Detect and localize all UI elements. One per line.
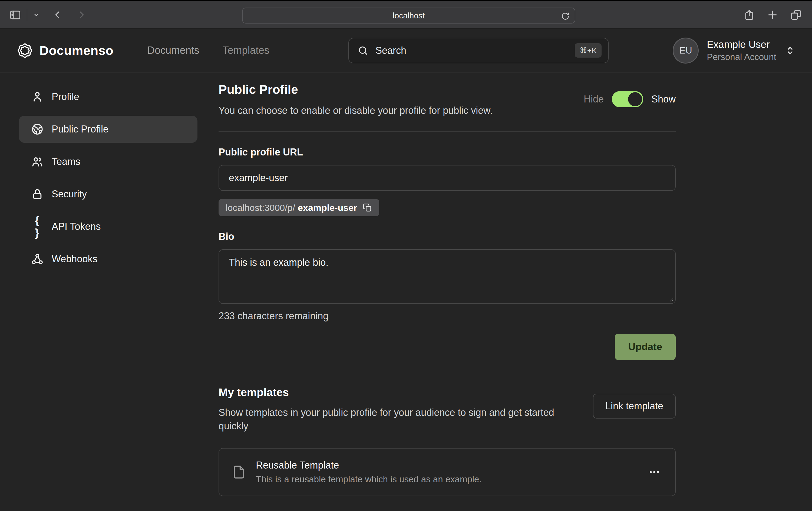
back-icon[interactable] bbox=[53, 10, 62, 20]
sidebar-item-label: API Tokens bbox=[52, 221, 100, 232]
update-button[interactable]: Update bbox=[615, 334, 676, 360]
browser-url-text: localhost bbox=[393, 11, 425, 20]
account-name: Example User bbox=[707, 39, 776, 50]
sidebar-item-public-profile[interactable]: Public Profile bbox=[19, 116, 198, 143]
divider bbox=[219, 131, 676, 132]
reload-icon[interactable] bbox=[561, 11, 570, 21]
page-description: You can choose to enable or disable your… bbox=[219, 105, 493, 116]
toggle-show-label: Show bbox=[651, 94, 676, 105]
browser-url-bar[interactable]: localhost bbox=[242, 7, 575, 24]
profile-visibility-toggle[interactable] bbox=[612, 91, 643, 107]
public-profile-settings: Public Profile You can choose to enable … bbox=[219, 82, 676, 496]
template-name: Reusable Template bbox=[256, 460, 482, 471]
sidebar-toggle-icon[interactable] bbox=[9, 9, 21, 21]
template-description: This is a reusable template which is use… bbox=[256, 474, 482, 484]
browser-left-controls bbox=[0, 9, 86, 21]
sidebar-item-label: Public Profile bbox=[52, 124, 109, 135]
browser-right-controls bbox=[743, 1, 802, 28]
nav-templates[interactable]: Templates bbox=[223, 44, 269, 56]
template-menu-ellipsis-icon[interactable] bbox=[645, 463, 663, 481]
search-input[interactable]: Search ⌘+K bbox=[348, 38, 609, 63]
nav-documents[interactable]: Documents bbox=[147, 44, 199, 56]
my-templates-title: My templates bbox=[219, 386, 570, 399]
public-profile-url-input[interactable] bbox=[219, 165, 676, 191]
sidebar-item-profile[interactable]: Profile bbox=[19, 83, 198, 110]
browser-chrome: localhost bbox=[0, 0, 812, 29]
my-templates-description: Show templates in your public profile fo… bbox=[219, 406, 570, 433]
characters-remaining: 233 characters remaining bbox=[219, 310, 676, 322]
profile-url-slug: example-user bbox=[298, 203, 357, 213]
new-tab-icon[interactable] bbox=[766, 9, 779, 21]
sidebar-item-teams[interactable]: Teams bbox=[19, 148, 198, 175]
sidebar-item-label: Teams bbox=[52, 156, 80, 168]
lock-icon bbox=[31, 188, 44, 200]
file-icon bbox=[231, 464, 247, 480]
main-nav: Documents Templates bbox=[147, 44, 269, 56]
users-icon bbox=[31, 155, 44, 168]
profile-url-prefix: localhost:3000/p/ bbox=[226, 203, 295, 213]
profile-visibility-toggle-row: Hide Show bbox=[584, 91, 676, 107]
account-menu[interactable]: EU Example User Personal Account bbox=[673, 37, 796, 63]
sidebar-item-label: Webhooks bbox=[52, 253, 97, 265]
chevrons-up-down-icon bbox=[784, 45, 796, 56]
avatar: EU bbox=[673, 37, 699, 63]
tabs-overview-icon[interactable] bbox=[790, 9, 802, 21]
webhook-icon bbox=[31, 253, 44, 265]
brand-name: Documenso bbox=[39, 43, 114, 58]
user-icon bbox=[31, 91, 44, 103]
forward-icon[interactable] bbox=[77, 10, 86, 20]
braces-icon: { } bbox=[31, 214, 44, 239]
settings-sidebar: Profile Public Profile Teams bbox=[0, 72, 198, 496]
search-icon bbox=[357, 45, 369, 56]
resize-handle-icon[interactable] bbox=[668, 296, 674, 302]
sidebar-item-label: Profile bbox=[52, 91, 79, 102]
url-field-label: Public profile URL bbox=[219, 147, 676, 158]
template-list-item: Reusable Template This is a reusable tem… bbox=[219, 448, 676, 496]
chevron-down-icon[interactable] bbox=[33, 11, 40, 19]
link-template-button[interactable]: Link template bbox=[593, 394, 676, 419]
account-type: Personal Account bbox=[707, 52, 776, 62]
search-placeholder: Search bbox=[375, 45, 406, 56]
globe-icon bbox=[31, 123, 44, 136]
copy-icon[interactable] bbox=[362, 203, 372, 212]
sidebar-item-api-tokens[interactable]: { } API Tokens bbox=[19, 213, 198, 240]
toggle-hide-label: Hide bbox=[584, 94, 604, 105]
bio-textarea[interactable]: This is an example bio. bbox=[219, 249, 676, 304]
profile-url-preview[interactable]: localhost:3000/p/ example-user bbox=[219, 199, 379, 216]
share-icon[interactable] bbox=[743, 9, 755, 21]
sidebar-item-label: Security bbox=[52, 188, 87, 200]
app-header: Documenso Documents Templates Search ⌘+K… bbox=[0, 29, 812, 72]
brand[interactable]: Documenso bbox=[16, 42, 114, 59]
sidebar-item-webhooks[interactable]: Webhooks bbox=[19, 245, 198, 273]
page-title: Public Profile bbox=[219, 82, 493, 97]
documenso-logo-icon bbox=[16, 42, 33, 59]
divider bbox=[27, 9, 27, 21]
bio-field-label: Bio bbox=[219, 231, 676, 242]
sidebar-item-security[interactable]: Security bbox=[19, 181, 198, 208]
toggle-knob bbox=[628, 92, 642, 106]
search-shortcut-badge: ⌘+K bbox=[575, 43, 602, 58]
